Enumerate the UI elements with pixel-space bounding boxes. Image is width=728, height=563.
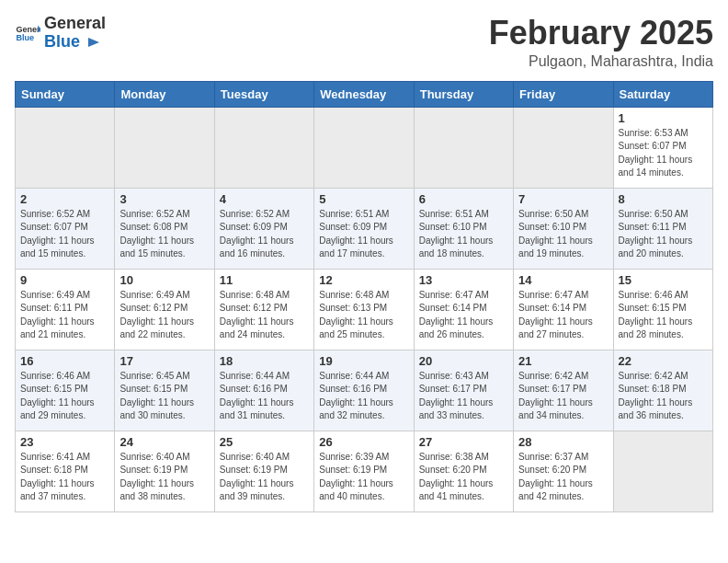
calendar-day: 18Sunrise: 6:44 AMSunset: 6:16 PMDayligh… — [214, 350, 313, 431]
calendar-day — [314, 107, 414, 188]
weekday-header-wednesday: Wednesday — [314, 81, 414, 107]
logo-general-text: General — [44, 14, 106, 32]
calendar-day: 15Sunrise: 6:46 AMSunset: 6:15 PMDayligh… — [613, 269, 712, 350]
calendar-day — [514, 107, 613, 188]
day-info: Sunrise: 6:43 AMSunset: 6:17 PMDaylight:… — [419, 370, 508, 423]
calendar-body: 1Sunrise: 6:53 AMSunset: 6:07 PMDaylight… — [16, 107, 713, 511]
calendar-day: 22Sunrise: 6:42 AMSunset: 6:18 PMDayligh… — [613, 350, 712, 431]
day-number: 18 — [220, 354, 309, 368]
weekday-header-row: SundayMondayTuesdayWednesdayThursdayFrid… — [16, 81, 713, 107]
calendar-day: 1Sunrise: 6:53 AMSunset: 6:07 PMDaylight… — [613, 107, 712, 188]
logo-blue-text: Blue — [44, 32, 80, 51]
calendar-day — [214, 107, 313, 188]
svg-text:Blue: Blue — [16, 33, 34, 42]
calendar-day: 26Sunrise: 6:39 AMSunset: 6:19 PMDayligh… — [314, 431, 414, 511]
calendar-day: 20Sunrise: 6:43 AMSunset: 6:17 PMDayligh… — [414, 350, 513, 431]
day-number: 16 — [20, 354, 109, 368]
weekday-header-saturday: Saturday — [613, 81, 712, 107]
day-number: 1 — [619, 111, 708, 125]
day-number: 26 — [319, 435, 408, 449]
calendar-day: 23Sunrise: 6:41 AMSunset: 6:18 PMDayligh… — [16, 431, 115, 511]
day-number: 25 — [220, 435, 309, 449]
day-info: Sunrise: 6:45 AMSunset: 6:15 PMDaylight:… — [119, 370, 209, 423]
page-header: General Blue General Blue February 2025 … — [15, 15, 713, 70]
day-info: Sunrise: 6:53 AMSunset: 6:07 PMDaylight:… — [619, 127, 708, 180]
calendar-day: 2Sunrise: 6:52 AMSunset: 6:07 PMDaylight… — [16, 188, 115, 269]
calendar-day: 11Sunrise: 6:48 AMSunset: 6:12 PMDayligh… — [214, 269, 313, 350]
day-info: Sunrise: 6:41 AMSunset: 6:18 PMDaylight:… — [20, 451, 109, 504]
day-number: 19 — [319, 354, 408, 368]
day-number: 2 — [20, 192, 109, 206]
day-number: 13 — [419, 273, 508, 287]
day-info: Sunrise: 6:40 AMSunset: 6:19 PMDaylight:… — [119, 451, 209, 504]
day-info: Sunrise: 6:44 AMSunset: 6:16 PMDaylight:… — [220, 370, 309, 423]
day-number: 20 — [419, 354, 508, 368]
day-number: 12 — [319, 273, 408, 287]
day-number: 10 — [119, 273, 209, 287]
day-info: Sunrise: 6:46 AMSunset: 6:15 PMDaylight:… — [20, 370, 109, 423]
calendar-day: 3Sunrise: 6:52 AMSunset: 6:08 PMDaylight… — [115, 188, 214, 269]
day-number: 28 — [518, 435, 608, 449]
day-number: 14 — [518, 273, 608, 287]
day-number: 5 — [319, 192, 408, 206]
day-number: 17 — [119, 354, 209, 368]
day-info: Sunrise: 6:52 AMSunset: 6:07 PMDaylight:… — [20, 208, 109, 261]
calendar-day: 13Sunrise: 6:47 AMSunset: 6:14 PMDayligh… — [414, 269, 513, 350]
day-info: Sunrise: 6:50 AMSunset: 6:11 PMDaylight:… — [619, 208, 708, 261]
day-number: 23 — [20, 435, 109, 449]
calendar-day — [613, 431, 712, 511]
logo: General Blue General Blue — [15, 15, 106, 52]
day-info: Sunrise: 6:48 AMSunset: 6:12 PMDaylight:… — [220, 289, 309, 342]
day-info: Sunrise: 6:50 AMSunset: 6:10 PMDaylight:… — [518, 208, 608, 261]
day-info: Sunrise: 6:52 AMSunset: 6:08 PMDaylight:… — [119, 208, 209, 261]
calendar-week-2: 2Sunrise: 6:52 AMSunset: 6:07 PMDaylight… — [16, 188, 713, 269]
day-number: 11 — [220, 273, 309, 287]
day-info: Sunrise: 6:37 AMSunset: 6:20 PMDaylight:… — [518, 451, 608, 504]
day-number: 6 — [419, 192, 508, 206]
day-info: Sunrise: 6:44 AMSunset: 6:16 PMDaylight:… — [319, 370, 408, 423]
weekday-header-sunday: Sunday — [16, 81, 115, 107]
calendar-day: 9Sunrise: 6:49 AMSunset: 6:11 PMDaylight… — [16, 269, 115, 350]
calendar-day: 5Sunrise: 6:51 AMSunset: 6:09 PMDaylight… — [314, 188, 414, 269]
svg-marker-3 — [88, 38, 99, 47]
day-info: Sunrise: 6:49 AMSunset: 6:11 PMDaylight:… — [20, 289, 109, 342]
calendar-day: 6Sunrise: 6:51 AMSunset: 6:10 PMDaylight… — [414, 188, 513, 269]
calendar-day: 14Sunrise: 6:47 AMSunset: 6:14 PMDayligh… — [514, 269, 613, 350]
weekday-header-thursday: Thursday — [414, 81, 513, 107]
logo-arrow-icon — [86, 34, 103, 51]
calendar-week-5: 23Sunrise: 6:41 AMSunset: 6:18 PMDayligh… — [16, 431, 713, 511]
day-info: Sunrise: 6:51 AMSunset: 6:10 PMDaylight:… — [419, 208, 508, 261]
day-number: 21 — [518, 354, 608, 368]
location-title: Pulgaon, Maharashtra, India — [489, 53, 713, 70]
weekday-header-monday: Monday — [115, 81, 214, 107]
calendar-week-1: 1Sunrise: 6:53 AMSunset: 6:07 PMDaylight… — [16, 107, 713, 188]
day-number: 7 — [518, 192, 608, 206]
calendar-day: 19Sunrise: 6:44 AMSunset: 6:16 PMDayligh… — [314, 350, 414, 431]
calendar-day: 28Sunrise: 6:37 AMSunset: 6:20 PMDayligh… — [514, 431, 613, 511]
logo-icon: General Blue — [15, 20, 40, 46]
day-number: 22 — [619, 354, 708, 368]
day-number: 9 — [20, 273, 109, 287]
day-info: Sunrise: 6:39 AMSunset: 6:19 PMDaylight:… — [319, 451, 408, 504]
calendar-day: 7Sunrise: 6:50 AMSunset: 6:10 PMDaylight… — [514, 188, 613, 269]
calendar-day: 17Sunrise: 6:45 AMSunset: 6:15 PMDayligh… — [115, 350, 214, 431]
day-info: Sunrise: 6:46 AMSunset: 6:15 PMDaylight:… — [619, 289, 708, 342]
day-number: 15 — [619, 273, 708, 287]
day-info: Sunrise: 6:38 AMSunset: 6:20 PMDaylight:… — [419, 451, 508, 504]
calendar-day: 25Sunrise: 6:40 AMSunset: 6:19 PMDayligh… — [214, 431, 313, 511]
calendar-day: 12Sunrise: 6:48 AMSunset: 6:13 PMDayligh… — [314, 269, 414, 350]
day-info: Sunrise: 6:52 AMSunset: 6:09 PMDaylight:… — [220, 208, 309, 261]
calendar-week-3: 9Sunrise: 6:49 AMSunset: 6:11 PMDaylight… — [16, 269, 713, 350]
calendar-day: 10Sunrise: 6:49 AMSunset: 6:12 PMDayligh… — [115, 269, 214, 350]
day-info: Sunrise: 6:40 AMSunset: 6:19 PMDaylight:… — [220, 451, 309, 504]
day-number: 4 — [220, 192, 309, 206]
day-info: Sunrise: 6:48 AMSunset: 6:13 PMDaylight:… — [319, 289, 408, 342]
month-title: February 2025 — [489, 15, 713, 52]
day-info: Sunrise: 6:51 AMSunset: 6:09 PMDaylight:… — [319, 208, 408, 261]
calendar-day — [414, 107, 513, 188]
day-number: 24 — [119, 435, 209, 449]
day-info: Sunrise: 6:42 AMSunset: 6:18 PMDaylight:… — [619, 370, 708, 423]
calendar-day — [115, 107, 214, 188]
title-block: February 2025 Pulgaon, Maharashtra, Indi… — [489, 15, 713, 70]
day-info: Sunrise: 6:42 AMSunset: 6:17 PMDaylight:… — [518, 370, 608, 423]
